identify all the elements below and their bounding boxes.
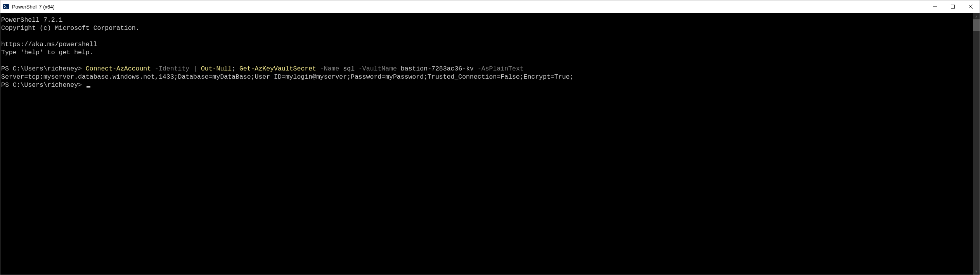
cmdlet: Connect-AzAccount [86, 65, 151, 72]
scroll-thumb[interactable] [973, 19, 980, 31]
command-line-1: PS C:\Users\richeney> Connect-AzAccount … [1, 65, 973, 73]
cmdlet: Get-AzKeyVaultSecret [239, 65, 316, 72]
close-button[interactable] [962, 0, 980, 13]
maximize-button[interactable] [944, 0, 962, 13]
param: -VaultName [355, 65, 397, 72]
window-title: PowerShell 7 (x64) [11, 4, 55, 10]
maximize-icon [951, 5, 955, 9]
param: -Identity [151, 65, 189, 72]
banner-copyright: Copyright (c) Microsoft Corporation. [1, 24, 139, 32]
operator: ; [232, 65, 239, 72]
banner-version: PowerShell 7.2.1 [1, 16, 62, 24]
svg-rect-3 [951, 5, 955, 9]
command-output: Server=tcp:myserver.database.windows.net… [1, 73, 573, 81]
close-icon [969, 5, 973, 9]
terminal[interactable]: PowerShell 7.2.1Copyright (c) Microsoft … [0, 13, 973, 275]
command-line-2: PS C:\Users\richeney> [1, 81, 973, 89]
app-icon-box [0, 3, 11, 10]
prompt-prefix: PS C:\Users\richeney> [1, 81, 86, 89]
operator: | [189, 65, 201, 72]
scroll-down-arrow[interactable]: ▼ [973, 268, 980, 275]
scroll-up-arrow[interactable]: ▲ [973, 13, 980, 19]
cursor [87, 86, 90, 88]
powershell-window: PowerShell 7 (x64) PowerShell 7.2. [0, 0, 980, 275]
banner-help: Type 'help' to get help. [1, 49, 93, 56]
svg-rect-0 [3, 4, 9, 9]
minimize-icon [933, 5, 937, 9]
terminal-area: PowerShell 7.2.1Copyright (c) Microsoft … [0, 13, 980, 275]
powershell-icon [3, 3, 9, 10]
minimize-button[interactable] [926, 0, 944, 13]
param: -AsPlainText [474, 65, 524, 72]
param: -Name [316, 65, 339, 72]
arg: sql [339, 65, 355, 72]
prompt-prefix: PS C:\Users\richeney> [1, 65, 86, 72]
titlebar[interactable]: PowerShell 7 (x64) [0, 0, 980, 13]
banner-url: https://aka.ms/powershell [1, 41, 97, 48]
window-controls [926, 0, 980, 13]
cmdlet: Out-Null [201, 65, 232, 72]
arg: bastion-7283ac36-kv [397, 65, 474, 72]
vertical-scrollbar[interactable]: ▲ ▼ [973, 13, 980, 275]
